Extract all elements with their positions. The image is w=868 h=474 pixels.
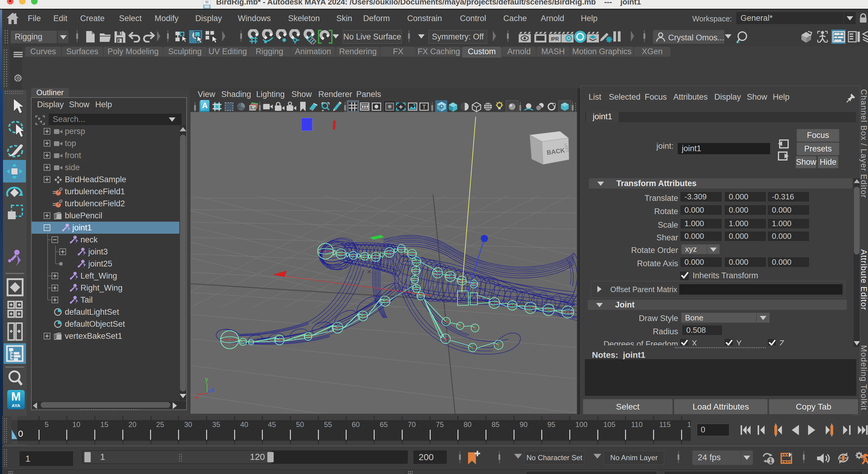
svg-text:T: T [422, 104, 426, 110]
svg-text:x: x [737, 39, 740, 44]
svg-text:IPR: IPR [551, 36, 559, 41]
svg-text:y: y [205, 376, 209, 382]
svg-text:x: x [195, 394, 198, 401]
svg-text:z: z [212, 386, 215, 393]
svg-text:1: 1 [769, 457, 772, 465]
